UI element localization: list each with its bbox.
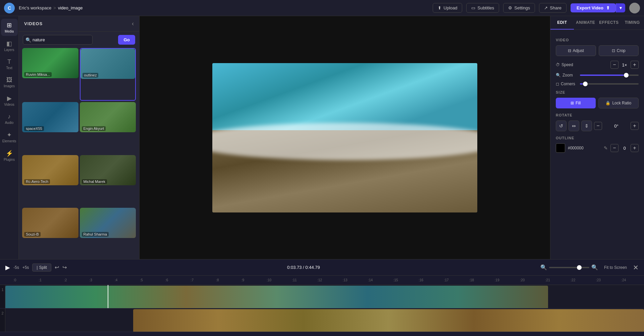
thumb-bg-3: spaceX55	[22, 102, 78, 132]
breadcrumb-sep: >	[53, 5, 56, 10]
workspace-name[interactable]: Eric's workspace	[19, 5, 51, 10]
tab-effects[interactable]: EFFECTS	[597, 16, 621, 30]
thumbnail-4[interactable]: Engin Akyurt	[80, 102, 136, 153]
ruler-mark-23: :23	[593, 278, 619, 282]
subtitles-icon: ▭	[471, 5, 475, 10]
thumbnail-7[interactable]: Souzi-B	[22, 208, 78, 259]
share-button[interactable]: ↗ Share	[539, 3, 567, 13]
track-content-2[interactable]	[5, 308, 644, 332]
thumb-label-2: outlinez	[83, 73, 99, 78]
zoom-thumb[interactable]	[624, 73, 629, 78]
skip-back-button[interactable]: -5s	[13, 265, 19, 270]
ruler-mark-11: :11	[289, 278, 315, 282]
outline-section-label: OUTLINE	[556, 136, 639, 140]
sidebar-item-plugins[interactable]: ⚡ Plugins	[1, 147, 18, 164]
sidebar-item-text[interactable]: T Text	[1, 56, 18, 73]
crop-button[interactable]: ⊡ Crop	[599, 45, 639, 56]
rotate-ccw-button[interactable]: ↺	[556, 121, 567, 131]
corners-slider[interactable]	[580, 83, 639, 85]
audio-icon: ♪	[8, 113, 11, 120]
fit-to-screen-button[interactable]: Fit to Screen	[601, 264, 630, 271]
export-video-button[interactable]: Export Video ⬆	[571, 3, 616, 12]
preview-area	[140, 16, 550, 259]
pen-icon[interactable]: ✎	[604, 145, 608, 151]
rotate-plus-button[interactable]: +	[631, 122, 639, 130]
fill-button[interactable]: ⊞ Fill	[556, 98, 596, 108]
clip-ocean[interactable]	[5, 286, 548, 308]
sidebar-item-audio[interactable]: ♪ Audio	[1, 110, 18, 127]
ruler-mark-5: :5	[138, 278, 163, 282]
thumbnail-1[interactable]: Ruvim Miksa...	[22, 48, 78, 101]
upload-button[interactable]: ⬆ Upload	[433, 3, 462, 13]
rotate-minus-button[interactable]: −	[594, 122, 602, 130]
outline-color-swatch[interactable]	[556, 143, 565, 153]
thumbnail-8[interactable]: Rahul Sharma	[80, 208, 136, 259]
speed-plus-button[interactable]: +	[631, 61, 639, 69]
zoom-fill	[580, 75, 624, 76]
play-button[interactable]: ▶	[5, 264, 10, 271]
main-area: ⊞ Media ◧ Layers T Text 🖼 Images ▶ Video…	[0, 16, 644, 259]
speed-controls: − 1× +	[610, 61, 639, 69]
close-timeline-button[interactable]: ✕	[633, 263, 639, 272]
sidebar-item-images[interactable]: 🖼 Images	[1, 74, 18, 91]
clip-sunset[interactable]	[133, 309, 644, 332]
sidebar-item-elements[interactable]: ✦ Elements	[1, 129, 18, 146]
zoom-label: 🔍 Zoom	[556, 73, 577, 78]
track-content-1[interactable]	[5, 285, 644, 308]
thumb-label-8: Rahul Sharma	[82, 232, 109, 237]
ruler-mark-8: :8	[213, 278, 239, 282]
timeline-area: ▶ -5s +5s | Split ↩ ↪ 0:03.73 / 0:44.79 …	[0, 259, 644, 336]
search-input[interactable]	[23, 35, 93, 45]
avatar[interactable]	[629, 3, 640, 13]
go-button[interactable]: Go	[118, 35, 135, 45]
skip-forward-button[interactable]: +5s	[22, 265, 29, 270]
speed-minus-button[interactable]: −	[610, 61, 619, 69]
outline-minus-button[interactable]: −	[610, 144, 619, 152]
flip-h-button[interactable]: ⇔	[569, 121, 579, 131]
sidebar-item-layers[interactable]: ◧ Layers	[1, 37, 18, 54]
ruler-mark-12: :12	[315, 278, 340, 282]
subtitles-button[interactable]: ▭ Subtitles	[466, 3, 499, 13]
undo-button[interactable]: ↩	[55, 264, 59, 271]
thumbnail-5[interactable]: Rc-Aero-Tech	[22, 155, 78, 206]
export-dropdown-button[interactable]: ▾	[616, 3, 625, 12]
redo-button[interactable]: ↪	[62, 264, 67, 271]
sidebar-item-videos[interactable]: ▶ Videos	[1, 92, 18, 109]
thumbnail-6[interactable]: Michal Marek	[80, 155, 136, 206]
timeline-zoom-slider[interactable]	[549, 267, 589, 268]
outline-plus-button[interactable]: +	[631, 144, 639, 152]
settings-button[interactable]: ⚙ Settings	[503, 3, 535, 13]
zoom-slider[interactable]	[580, 75, 639, 76]
speed-label: ⏱ Speed	[556, 62, 577, 67]
media-panel-title: VIDEOS	[24, 21, 43, 26]
sidebar-item-media[interactable]: ⊞ Media	[1, 19, 18, 36]
ruler-mark-0: :0	[11, 278, 36, 282]
split-button[interactable]: | Split	[32, 263, 51, 272]
thumb-label-4: Engin Akyurt	[82, 126, 106, 131]
playhead[interactable]	[108, 285, 108, 308]
lock-ratio-button[interactable]: 🔒 Lock Ratio	[598, 98, 639, 108]
outline-value: 0	[621, 146, 628, 151]
zoom-in-icon[interactable]: 🔍	[591, 264, 598, 271]
corners-thumb[interactable]	[583, 82, 588, 86]
tab-timing[interactable]: TIMING	[621, 16, 644, 30]
breadcrumb: Eric's workspace > video_image	[19, 5, 83, 10]
panel-close-button[interactable]: ‹	[132, 20, 134, 27]
flip-v-button[interactable]: ⇕	[581, 121, 592, 131]
zoom-slider-thumb[interactable]	[577, 265, 582, 270]
adjust-button[interactable]: ⊟ Adjust	[556, 45, 596, 56]
ruler-mark-7: :7	[188, 278, 214, 282]
app-logo[interactable]: C	[4, 3, 15, 13]
export-icon: ⬆	[606, 5, 610, 10]
tab-edit[interactable]: EDIT	[550, 16, 574, 30]
rotate-value: 0°	[604, 124, 629, 129]
zoom-out-icon[interactable]: 🔍	[540, 264, 547, 271]
plugins-icon: ⚡	[6, 150, 13, 157]
thumbnail-3[interactable]: spaceX55	[22, 102, 78, 153]
tab-animate[interactable]: ANIMATE	[574, 16, 597, 30]
thumbnail-2[interactable]: outlinez	[80, 48, 136, 101]
thumb-bg-7: Souzi-B	[22, 208, 78, 238]
corners-label: ◻ Corners	[556, 82, 577, 86]
ruler-mark-19: :19	[492, 278, 518, 282]
video-preview[interactable]	[212, 63, 477, 212]
